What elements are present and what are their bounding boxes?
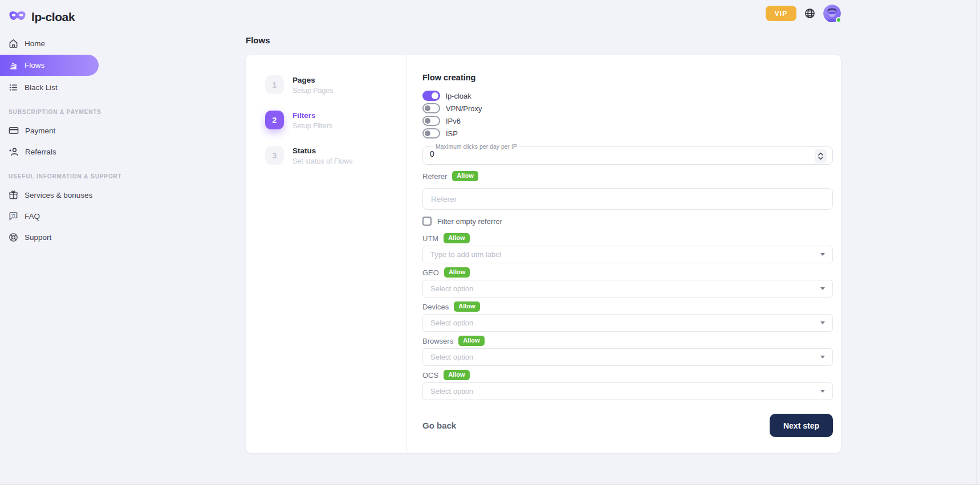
caret-down-icon: [820, 287, 825, 290]
toggle-vpn-proxy[interactable]: VPN/Proxy: [422, 103, 833, 114]
select-placeholder: Select option: [430, 319, 473, 327]
flows-icon: [9, 60, 18, 70]
next-step-button[interactable]: Next step: [770, 414, 833, 437]
ocs-select[interactable]: Select option: [422, 382, 833, 400]
vip-badge[interactable]: VIP: [766, 6, 796, 21]
max-clicks-input[interactable]: [430, 149, 786, 158]
wizard-step-status[interactable]: 3StatusSet status of Flows: [265, 146, 406, 165]
sidebar-item-services-bonuses[interactable]: Services & bonuses: [0, 185, 99, 205]
sidebar-item-label: Support: [25, 233, 51, 242]
toggle-switch[interactable]: [422, 103, 440, 113]
sidebar-item-black-list[interactable]: Black List: [0, 78, 99, 97]
geo-label: GEO: [422, 268, 439, 277]
sidebar-item-home[interactable]: Home: [0, 34, 99, 53]
sidebar-item-label: Services & bonuses: [25, 191, 92, 199]
toggle-knob: [425, 131, 430, 136]
topbar-controls: VIP: [766, 5, 841, 22]
sidebar-item-support[interactable]: Support: [0, 227, 99, 247]
devices-allow-badge[interactable]: Allow: [454, 301, 479, 312]
ocs-allow-badge[interactable]: Allow: [444, 370, 469, 380]
geo-select[interactable]: Select option: [422, 280, 833, 297]
sidebar-item-referrals[interactable]: Referrals: [0, 142, 99, 161]
wizard-step-pages[interactable]: 1PagesSetup Pages: [265, 75, 406, 95]
sidebar-item-label: Home: [25, 39, 45, 48]
toggle-knob: [432, 92, 438, 99]
referer-allow-badge[interactable]: Allow: [452, 171, 478, 181]
toggle-lp-cloak[interactable]: lp-cloak: [422, 90, 833, 101]
user-avatar[interactable]: [823, 5, 841, 22]
app-title: lp-cloak: [31, 10, 75, 24]
go-back-button[interactable]: Go back: [422, 421, 456, 430]
page-title: Flows: [246, 35, 270, 45]
toggle-knob: [425, 105, 430, 111]
referer-label: Referer: [422, 172, 447, 181]
ocs-label-row: OCSAllow: [422, 370, 833, 380]
devices-label-row: DevicesAllow: [422, 301, 833, 312]
toggle-switch[interactable]: [422, 91, 440, 101]
sidebar-item-faq[interactable]: ?!FAQ: [0, 206, 99, 226]
globe-icon[interactable]: [804, 8, 815, 19]
toggle-label: VPN/Proxy: [446, 104, 482, 113]
utm-select[interactable]: Type to add utm label: [422, 246, 833, 263]
svg-text:?!: ?!: [11, 213, 15, 218]
toggle-ipv6[interactable]: IPv6: [422, 115, 833, 127]
toggle-knob: [425, 118, 430, 124]
toggle-switch[interactable]: [422, 116, 440, 126]
payment-icon: [9, 126, 19, 135]
toggle-label: IPv6: [446, 117, 461, 125]
filter-group-devices: DevicesAllowSelect option: [422, 301, 833, 332]
filter-empty-referrer-row[interactable]: Filter empty referrer: [422, 217, 833, 226]
toggle-list: lp-cloakVPN/ProxyIPv6ISP: [422, 90, 833, 139]
faq-icon: ?!: [9, 211, 18, 221]
home-icon: [9, 39, 18, 48]
step-subtitle: Setup Filters: [292, 122, 332, 130]
sidebar-item-payment[interactable]: Payment: [0, 121, 99, 140]
referer-input[interactable]: [422, 188, 833, 210]
app-logo[interactable]: lp-cloak: [0, 0, 114, 25]
filter-group-geo: GEOAllowSelect option: [422, 267, 833, 297]
toggle-label: ISP: [446, 129, 458, 138]
max-clicks-field: Maximum clicks per day per IP: [422, 143, 833, 165]
filter-group-browsers: BrowsersAllowSelect option: [422, 336, 833, 366]
support-icon: [9, 233, 18, 242]
wizard-step-filters[interactable]: 2FiltersSetup Filters: [265, 111, 406, 130]
utm-label-row: UTMAllow: [422, 233, 833, 243]
step-title: Status: [292, 146, 353, 155]
devices-label: Devices: [422, 303, 449, 311]
filter-empty-referrer-checkbox[interactable]: [422, 217, 432, 226]
step-number: 1: [265, 75, 284, 94]
sidebar-item-label: Flows: [25, 61, 44, 70]
toggle-switch[interactable]: [422, 128, 440, 138]
filter-empty-referrer-label: Filter empty referrer: [437, 217, 502, 226]
utm-allow-badge[interactable]: Allow: [444, 233, 469, 243]
devices-select[interactable]: Select option: [422, 314, 833, 332]
sidebar-nav: HomeFlowsBlack ListSUBSCRIPTION & PAYMEN…: [0, 34, 99, 247]
scrollbar-track[interactable]: [976, 0, 977, 485]
sidebar-item-flows[interactable]: Flows: [0, 55, 99, 76]
browsers-select[interactable]: Select option: [422, 348, 833, 366]
select-placeholder: Type to add utm label: [430, 250, 501, 259]
flow-form: Flow creating lp-cloakVPN/ProxyIPv6ISP M…: [407, 55, 841, 453]
select-placeholder: Select option: [430, 353, 473, 361]
browsers-label: Browsers: [422, 337, 453, 345]
step-title: Pages: [292, 75, 334, 84]
select-placeholder: Select option: [430, 387, 473, 396]
geo-allow-badge[interactable]: Allow: [444, 267, 470, 278]
sidebar-item-label: Referrals: [25, 148, 56, 156]
referrals-icon: [9, 147, 19, 156]
sidebar-item-label: Black List: [25, 83, 58, 92]
filter-group-utm: UTMAllowType to add utm label: [422, 233, 833, 263]
stepper-up-down-icon[interactable]: [815, 149, 827, 163]
caret-down-icon: [820, 321, 825, 324]
sidebar-item-label: Payment: [25, 127, 55, 135]
toggle-label: lp-cloak: [446, 92, 471, 100]
toggle-isp[interactable]: ISP: [422, 128, 833, 139]
sidebar-item-label: FAQ: [25, 212, 40, 221]
form-title: Flow creating: [422, 73, 833, 82]
step-number: 2: [265, 111, 284, 129]
sidebar-section-header: USEFUL INFORMATION & SUPPORT: [9, 173, 92, 180]
ocs-label: OCS: [422, 371, 438, 380]
wizard-steps: 1PagesSetup Pages2FiltersSetup Filters3S…: [246, 55, 407, 453]
filter-group-ocs: OCSAllowSelect option: [422, 370, 833, 400]
browsers-allow-badge[interactable]: Allow: [458, 336, 484, 346]
